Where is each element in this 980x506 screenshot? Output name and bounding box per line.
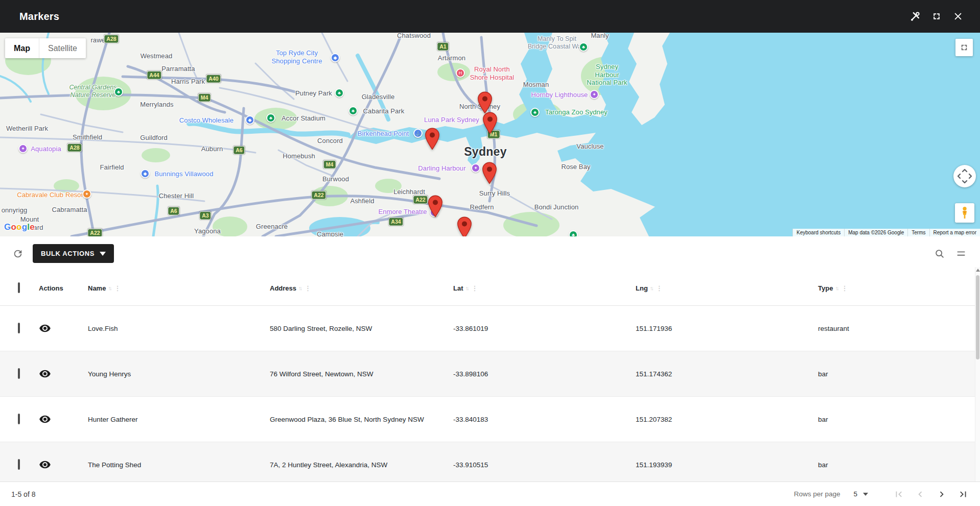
map-marker-pin[interactable] [425,128,440,150]
terms-link[interactable]: Terms [907,229,929,236]
pan-control-button[interactable] [953,165,976,187]
view-marker-icon[interactable] [39,459,51,471]
map-marker-pin[interactable] [477,91,493,114]
column-menu-icon[interactable]: ⋮ [114,284,121,292]
sort-icon[interactable]: ↑↓ [465,285,470,291]
map-label: Leichhardt [393,188,425,196]
map-fullscreen-button[interactable] [955,39,973,56]
view-marker-icon[interactable] [39,322,51,334]
map-label: Greenacre [256,223,288,231]
column-menu-icon[interactable]: ⋮ [472,284,478,292]
hardware-icon: ◆ [141,169,150,178]
column-menu-icon[interactable]: ⋮ [656,284,663,292]
keyboard-shortcuts-link[interactable]: Keyboard shortcuts [792,229,844,236]
view-marker-icon[interactable] [39,368,51,380]
refresh-button[interactable] [10,246,26,261]
table-header-row: ActionsName↑↓⋮Address↑↓⋮Lat↑↓⋮Lng↑↓⋮Type… [0,271,980,306]
sort-icon[interactable]: ↑↓ [835,285,839,291]
road-badge: M4 [323,160,336,169]
cell-lng: 151.207382 [632,416,814,423]
google-logo[interactable]: Google [4,222,35,232]
pegman-button[interactable] [955,203,974,223]
fullscreen-icon[interactable] [927,7,946,26]
row-checkbox[interactable] [18,368,20,379]
cell-type: bar [814,461,980,469]
row-checkbox[interactable] [18,323,20,333]
map-label: Bondi Junction [534,203,579,211]
density-icon[interactable] [952,245,970,262]
search-icon[interactable] [931,245,948,262]
map-label: Campsie [317,230,343,236]
map-label: Taronga Zoo Sydney [545,108,608,116]
map-label: Parramatta [161,65,195,73]
cell-name: Love.Fish [84,325,266,332]
map-label: Westmead [141,52,173,60]
map-marker-pin[interactable] [457,216,472,236]
chevron-down-icon [100,252,106,256]
table-row[interactable]: Young Henrys76 Wilford Street, Newtown, … [0,351,980,397]
map-label: Ashfield [350,197,374,205]
markers-window: Markers [0,0,980,506]
last-page-button[interactable] [954,486,972,503]
select-all-checkbox[interactable] [18,282,20,293]
bulk-actions-button[interactable]: BULK ACTIONS [33,244,114,263]
road-badge: M4 [198,93,211,102]
rows-per-page-select[interactable]: 5 [853,490,869,498]
table-row[interactable]: Love.Fish580 Darling Street, Rozelle, NS… [0,306,980,351]
first-page-button[interactable] [890,486,907,503]
column-header-type: Type↑↓⋮ [814,284,980,292]
satellite-button[interactable]: Satellite [39,38,86,58]
road-badge: A22 [87,229,102,236]
map-marker-pin[interactable] [482,162,497,184]
hospital-icon: H [456,68,465,78]
road-badge: A22 [413,196,428,204]
road-badge: A6 [233,146,245,155]
previous-page-button[interactable] [912,486,929,503]
cell-address: Greenwood Plaza, 36 Blue St, North Sydne… [266,416,449,423]
next-page-button[interactable] [933,486,950,503]
map-attribution: Keyboard shortcuts Map data ©2026 Google… [792,229,980,236]
scroll-up-icon[interactable] [976,269,980,272]
row-checkbox[interactable] [18,414,20,424]
cell-type: bar [814,370,980,378]
scrollbar-thumb[interactable] [976,275,979,359]
restaurant-icon: ✦ [82,189,91,199]
map-label: Central Gardens Nature Reserve [69,84,116,99]
road-badge: A28 [104,35,119,43]
sort-icon[interactable]: ↑↓ [108,285,112,291]
column-header-label: Lng [636,284,648,292]
map-label: Burwood [322,175,349,183]
tools-icon[interactable] [905,7,925,26]
column-menu-icon[interactable]: ⋮ [841,284,848,292]
table-row[interactable]: Hunter GathererGreenwood Plaza, 36 Blue … [0,397,980,442]
park-icon: ♣ [335,88,344,98]
map-button[interactable]: Map [5,38,39,58]
zoo-icon: ♣ [530,108,540,117]
column-header-label: Type [818,284,833,292]
caret-down-icon [862,492,869,496]
waterpark-icon: ✦ [18,144,28,153]
rows-per-page-label: Rows per page [794,490,841,498]
map-marker-pin[interactable] [482,112,498,134]
cell-lat: -33.840183 [449,416,632,423]
table-row[interactable]: The Potting Shed7A, 2 Huntley Street, Al… [0,442,980,481]
column-menu-icon[interactable]: ⋮ [305,284,311,292]
sort-icon[interactable]: ↑↓ [650,285,654,291]
map-canvas[interactable]: raweenChatswoodManlyManly To Spit Bridge… [0,33,980,236]
map-label: Vaucluse [576,142,603,151]
cell-lat: -33.861019 [449,325,632,332]
map-label: Concord [317,137,343,145]
row-actions-cell [35,413,84,425]
map-label: Accor Stadium [282,114,325,123]
map-marker-pin[interactable] [428,195,443,218]
sort-icon[interactable]: ↑↓ [298,285,302,291]
table-scrollbar[interactable] [975,267,980,481]
map-label: Redfern [470,203,494,211]
table-body: Love.Fish580 Darling Street, Rozelle, NS… [0,306,980,481]
view-marker-icon[interactable] [39,413,51,425]
row-checkbox[interactable] [18,459,20,470]
pan-arrows-icon [956,167,973,185]
close-icon[interactable] [948,7,968,26]
map-label: Surry Hills [479,189,510,198]
report-map-error-link[interactable]: Report a map error [929,229,980,236]
